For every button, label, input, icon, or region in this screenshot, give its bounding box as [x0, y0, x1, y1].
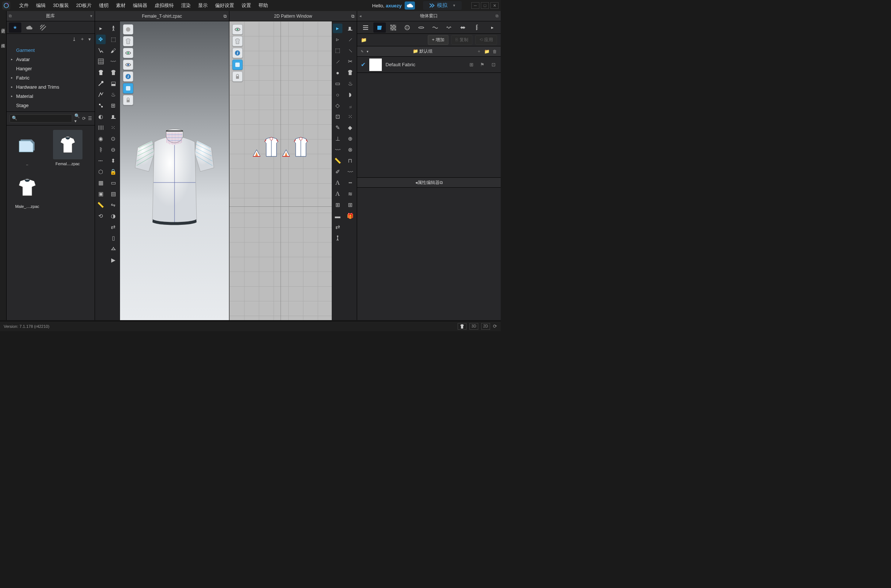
collapse-icon[interactable]: ◂ — [359, 14, 362, 18]
menu-file[interactable]: 文件 — [15, 2, 32, 9]
undock-icon[interactable]: ⧉ — [440, 180, 443, 185]
view2d-info-icon[interactable]: i — [232, 48, 243, 58]
obj-tab-bow[interactable] — [457, 22, 469, 33]
status-2d[interactable]: 2D — [481, 323, 490, 330]
panel-menu-icon[interactable]: ▾ — [90, 14, 92, 18]
obj-tab-buttonhole[interactable] — [415, 22, 427, 33]
tool2d-trace[interactable]: ✎ — [333, 123, 343, 132]
menu-settings[interactable]: 设置 — [238, 2, 255, 9]
group-header[interactable]: ✎▾ 📁 默认组 ＋ 📁 🗑 — [357, 46, 501, 57]
tool-button[interactable]: ◉ — [96, 134, 106, 144]
apply-button[interactable]: ⟲ 应用 — [475, 35, 497, 45]
tool2d-sew-edit[interactable]: ✂ — [346, 57, 355, 66]
tool-topstitch[interactable] — [96, 156, 106, 166]
library-item-female-tshirt[interactable]: Femal....zpac — [51, 130, 85, 166]
status-garment-icon[interactable] — [458, 323, 466, 330]
undock-icon[interactable]: ⧉ — [496, 14, 499, 18]
search-filter-icon[interactable]: 🔍▾ — [74, 113, 80, 124]
tool-fold[interactable]: ◐ — [96, 112, 106, 122]
obj-tab-list[interactable] — [359, 22, 372, 33]
add-icon[interactable]: ＋ — [80, 36, 85, 42]
menu-help[interactable]: 帮助 — [255, 2, 272, 9]
tool-sewing[interactable] — [96, 90, 106, 99]
tool-uv[interactable]: ▤ — [109, 189, 118, 199]
tool2d-hanger[interactable]: ⟓ — [346, 101, 355, 110]
tree-item-avatar[interactable]: ▸Avatar — [7, 55, 95, 64]
tool2d-topstitch[interactable]: ┅ — [346, 178, 355, 188]
tool2d-circle[interactable]: ○ — [333, 90, 343, 99]
tool-lock[interactable]: 🔒 — [109, 167, 118, 177]
tool2d-point[interactable]: ● — [333, 68, 343, 77]
tool-graphic[interactable]: ▣ — [96, 189, 106, 199]
tool2d-internal[interactable]: ⊡ — [333, 112, 343, 122]
tool2d-curve[interactable]: ⟋ — [333, 57, 343, 66]
tool-select-lasso[interactable] — [96, 46, 106, 55]
tool2d-puckering[interactable]: ≋ — [346, 189, 355, 199]
tool2d-spread[interactable]: ⊗ — [346, 145, 355, 154]
undock-icon[interactable]: ⧉ — [351, 14, 355, 19]
tool-buttonhole[interactable]: ⊖ — [109, 145, 118, 154]
tool2d-pattern-dots[interactable]: ⁙ — [346, 112, 355, 122]
tool2d-symmetric[interactable]: ⇄ — [333, 222, 343, 232]
delete-group-icon[interactable]: 🗑 — [493, 49, 497, 54]
window-maximize[interactable]: □ — [481, 2, 489, 9]
tool-zipper[interactable] — [96, 145, 106, 154]
menu-display[interactable]: 显示 — [194, 2, 211, 9]
add-button[interactable]: + 增加 — [428, 35, 448, 45]
tool2d-edit[interactable]: ▹ — [333, 34, 343, 44]
view-render-icon[interactable] — [123, 83, 133, 93]
tool-reflect[interactable]: ⇄ — [109, 222, 118, 232]
tool2d-rect[interactable]: ▭ — [333, 79, 343, 88]
tool2d-merge[interactable]: ⊓ — [346, 156, 355, 166]
tool2d-fold[interactable]: ◗ — [346, 90, 355, 99]
username[interactable]: axuezy — [386, 3, 402, 9]
library-item-up[interactable]: .. — [10, 130, 44, 166]
tool2d-ruler[interactable]: 📏 — [333, 156, 343, 166]
tool2d-add-pattern[interactable]: ⊞ — [346, 200, 355, 210]
fabric-dup-icon[interactable]: ⊡ — [490, 62, 497, 68]
tool-select-all[interactable]: ⬚ — [109, 34, 118, 44]
tool2d-stitch-wave[interactable]: 〰 — [346, 167, 355, 177]
tool-morph[interactable]: ◑ — [109, 211, 118, 221]
view-avatar-eye-icon[interactable] — [123, 60, 133, 70]
tool-garment[interactable] — [96, 68, 106, 77]
fabric-item[interactable]: ✔ Default Fabric ⊞ ⚑ ⊡ — [357, 57, 501, 73]
tool2d-binding[interactable]: ▬ — [333, 211, 343, 221]
library-search-input[interactable] — [10, 114, 72, 123]
tree-item-hanger[interactable]: Hanger — [7, 64, 95, 73]
tool-play[interactable]: ▶ — [109, 255, 118, 265]
tool2d-text-a[interactable]: A — [333, 178, 343, 188]
menu-3d-garment[interactable]: 3D服装 — [50, 2, 72, 9]
import-icon[interactable]: ⤓ — [72, 36, 76, 42]
tool2d-together[interactable]: ⊕ — [346, 134, 355, 144]
tool2d-select[interactable]: ▸ — [333, 24, 343, 33]
tool2d-dart[interactable]: ◇ — [333, 101, 343, 110]
check-icon[interactable]: ✔ — [361, 61, 366, 68]
tool2d-sew-free[interactable]: ⟍ — [346, 46, 355, 55]
view-info-icon[interactable]: i — [123, 71, 133, 82]
tool-pattern-3d[interactable] — [109, 68, 118, 77]
tool-pleat[interactable] — [96, 123, 106, 132]
tool2d-shape[interactable]: ◆ — [346, 123, 355, 132]
tool-arrange[interactable]: ⊞ — [109, 101, 118, 110]
tool2d-transform[interactable]: ⬚ — [333, 46, 343, 55]
view-shade-icon[interactable] — [123, 24, 133, 34]
tool2d-seam[interactable]: 〰 — [333, 145, 343, 154]
tool2d-text-a2[interactable]: A — [333, 189, 343, 199]
tool-mesh-select[interactable] — [96, 57, 106, 66]
menu-render[interactable]: 渲染 — [177, 2, 194, 9]
cloud-sync-icon[interactable] — [405, 2, 415, 10]
tool-puller[interactable]: ⬍ — [109, 156, 118, 166]
list-view-icon[interactable]: ☰ — [88, 116, 92, 121]
add-group-icon[interactable]: ＋ — [477, 48, 481, 54]
menu-sewing[interactable]: 缝纫 — [95, 2, 112, 9]
view2d-render-icon[interactable] — [232, 60, 243, 70]
obj-tab-button[interactable] — [401, 22, 413, 33]
menu-preferences[interactable]: 偏好设置 — [211, 2, 238, 9]
tool-smooth[interactable]: 〰 — [109, 57, 118, 66]
status-3d[interactable]: 3D — [469, 323, 478, 330]
tool-pin[interactable] — [96, 79, 106, 88]
simulate-button[interactable]: 模拟 ▼ — [423, 1, 462, 10]
tool-symmetry[interactable]: ⇋ — [109, 200, 118, 210]
tool2d-garment[interactable] — [346, 68, 355, 77]
